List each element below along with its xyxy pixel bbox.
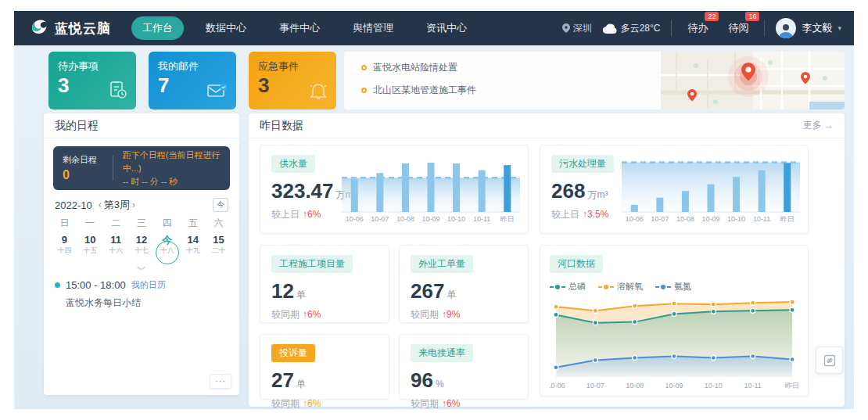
todo-nav-button[interactable]: 待办 22 xyxy=(683,18,712,38)
calendar-day[interactable]: 10十五 xyxy=(77,231,103,255)
event-time: 15:00 - 18:00 xyxy=(66,279,126,291)
field-orders-card[interactable]: 外业工单量 267单 较同期↑9% xyxy=(399,245,529,323)
delta-value: ↑3.5% xyxy=(583,209,608,220)
unit-label: % xyxy=(436,379,444,389)
calendar-day[interactable]: 14十九 xyxy=(180,231,206,255)
legend-dissolved-oxygen[interactable]: 溶解氧 xyxy=(598,281,643,293)
delta-value: ↑6% xyxy=(442,398,460,409)
calendar-day[interactable]: 15二十 xyxy=(206,231,231,255)
calendar-day-today[interactable]: 今十八 xyxy=(154,231,180,255)
yesterday-panel-header: 昨日数据 更多 → xyxy=(249,113,845,138)
date-row: 9十四 10十五 11十六 12十七 今十八 14十九 15二十 xyxy=(52,231,231,255)
complaints-card[interactable]: 投诉量 27单 较同期↑6% xyxy=(260,334,389,400)
construction-projects-card[interactable]: 工程施工项目量 12单 较同期↑6% xyxy=(260,245,389,323)
svg-text:10-11: 10-11 xyxy=(473,215,490,223)
weekday-label: 二 xyxy=(103,217,129,230)
prev-week-button[interactable]: ‹ xyxy=(99,199,102,210)
svg-text:10-08: 10-08 xyxy=(676,215,694,223)
chevron-down-icon: ▾ xyxy=(838,24,841,32)
user-avatar xyxy=(776,18,796,38)
event-text: 北山区某地管道施工事件 xyxy=(373,84,476,97)
schedule-more-button[interactable]: ··· xyxy=(210,374,231,389)
compare-label: 较同期 xyxy=(411,398,439,409)
sewage-treatment-card[interactable]: 污水处理量 268万m³ 较上日↑3.5% 10-0610-0710-0810-… xyxy=(540,145,809,234)
svg-text:10-09: 10-09 xyxy=(701,215,719,223)
calendar-day[interactable]: 9十四 xyxy=(52,231,77,255)
svg-text:10-08: 10-08 xyxy=(396,215,414,223)
orange-ring-icon xyxy=(361,88,367,93)
water-supply-card[interactable]: 供水量 323.47万m³ 较上日↑6% 10-0610-0710-0810-0… xyxy=(260,145,529,234)
city-indicator: 深圳 xyxy=(562,22,592,35)
card-badge: 外业工单量 xyxy=(411,255,473,273)
user-menu[interactable]: 李文毅 ▾ xyxy=(776,18,841,38)
next-schedule-label: 距下个日程(当前日程进行中...) xyxy=(123,149,221,175)
calendar-tag-link[interactable]: 我的日历 xyxy=(131,279,166,291)
city-label: 深圳 xyxy=(573,22,592,35)
toread-nav-button[interactable]: 待阅 16 xyxy=(723,18,753,38)
todo-summary-card[interactable]: 待办事项 3 xyxy=(48,52,136,109)
call-answer-rate-card[interactable]: 来电接通率 96% 较同期↑6% xyxy=(399,334,529,400)
svg-text:10-07: 10-07 xyxy=(651,215,669,223)
event-text: 蓝悦水电站险情处置 xyxy=(373,61,457,74)
logo[interactable]: 蓝悦云脑 xyxy=(14,17,131,39)
dashboard: 蓝悦云脑 工作台 数据中心 事件中心 舆情管理 资讯中心 深圳 多云28°C 待… xyxy=(0,0,868,420)
map-preview[interactable] xyxy=(661,52,845,109)
delta-value: ↑6% xyxy=(303,309,321,320)
top-navbar: 蓝悦云脑 工作台 数据中心 事件中心 舆情管理 资讯中心 深圳 多云28°C 待… xyxy=(14,11,854,45)
tab-workbench[interactable]: 工作台 xyxy=(131,16,184,40)
card-badge: 污水处理量 xyxy=(551,155,614,173)
weekday-row: 日 一 二 三 四 五 六 xyxy=(52,217,231,230)
card-label: 我的邮件 xyxy=(158,59,227,74)
alarm-bell-icon xyxy=(308,80,328,103)
svg-text:10-10: 10-10 xyxy=(447,215,465,223)
navbar-right: 深圳 多云28°C 待办 22 待阅 16 李文毅 ▾ xyxy=(562,18,854,38)
schedule-panel-header: 我的日程 xyxy=(44,113,239,138)
yesterday-data-panel: 昨日数据 更多 → 供水量 323.47万m³ 较上日↑6% 10-0610-0… xyxy=(249,113,845,407)
tab-data-center[interactable]: 数据中心 xyxy=(195,16,257,40)
weekday-label: 四 xyxy=(154,217,180,230)
logo-swirl-icon xyxy=(30,17,48,39)
tab-info-center[interactable]: 资讯中心 xyxy=(415,16,478,40)
weather-label: 多云28°C xyxy=(621,22,661,35)
schedule-list-item[interactable]: 15:00 - 18:00 我的日历 蓝悦水务每日小结 xyxy=(55,279,228,310)
compare-label: 较同期 xyxy=(271,398,299,409)
card-badge: 工程施工项目量 xyxy=(271,255,353,273)
compare-label: 较同期 xyxy=(411,309,439,320)
delta-value: ↑9% xyxy=(442,309,460,320)
estuary-line-chart: 10-0610-0710-0810-0910-1010-11昨日 xyxy=(550,293,800,389)
svg-text:10-09: 10-09 xyxy=(421,215,439,223)
card-badge: 河口数据 xyxy=(550,255,603,273)
unit-label: 单 xyxy=(296,379,306,389)
estuary-data-card[interactable]: 河口数据 总磷 溶解氧 氨氮 10-0610-0710-0810-0910-10… xyxy=(540,245,809,397)
quick-note-button[interactable] xyxy=(816,346,843,374)
sewage-value: 268 xyxy=(551,179,585,203)
sewage-bar-chart: 10-0610-0710-0810-0910-1010-11昨日 xyxy=(622,157,800,224)
calendar-header: 2022-10 ‹ 第3周 › 今 xyxy=(55,198,228,212)
today-ring xyxy=(156,241,179,264)
event-title: 蓝悦水务每日小结 xyxy=(66,296,228,310)
svg-text:10-06: 10-06 xyxy=(550,382,565,389)
legend-ammonia-nitrogen[interactable]: 氨氮 xyxy=(655,281,691,293)
schedule-title: 我的日程 xyxy=(55,119,99,133)
svg-text:10-06: 10-06 xyxy=(346,215,364,223)
mail-summary-card[interactable]: 我的邮件 7 xyxy=(149,52,236,109)
more-link[interactable]: 更多 → xyxy=(803,119,834,132)
remaining-value: 0 xyxy=(63,168,103,182)
svg-text:10-11: 10-11 xyxy=(744,382,761,389)
remaining-label: 剩余日程 xyxy=(63,154,103,166)
countdown-text: -- 时 -- 分 -- 秒 xyxy=(123,175,221,188)
week-label: 第3周 xyxy=(104,198,130,212)
legend-total-phosphorus[interactable]: 总磷 xyxy=(550,281,586,293)
event-dot-icon xyxy=(55,282,60,288)
calendar-expand-chevron[interactable]: ︾ xyxy=(44,267,239,273)
tab-opinion-mgmt[interactable]: 舆情管理 xyxy=(342,16,404,40)
document-link-icon xyxy=(823,354,837,368)
today-button[interactable]: 今 xyxy=(213,198,228,212)
calendar-month: 2022-10 xyxy=(55,199,92,211)
tab-event-center[interactable]: 事件中心 xyxy=(268,16,331,40)
calendar-day[interactable]: 12十七 xyxy=(129,231,155,255)
emergency-summary-card[interactable]: 应急事件 3 xyxy=(249,52,336,109)
next-week-button[interactable]: › xyxy=(132,199,135,210)
calendar-day[interactable]: 11十六 xyxy=(103,231,129,255)
chart-legend: 总磷 溶解氧 氨氮 xyxy=(550,281,798,293)
